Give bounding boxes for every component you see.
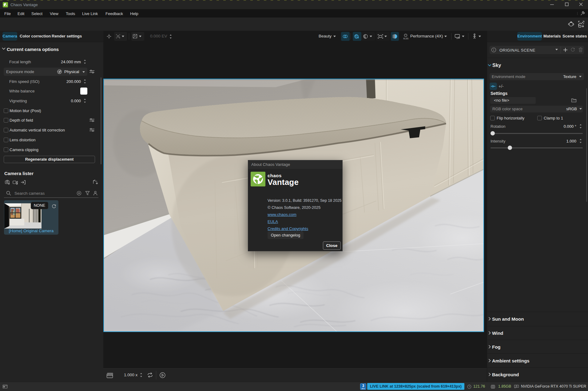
- svg-text:A: A: [136, 36, 137, 38]
- svg-text:XLSS: XLSS: [403, 37, 409, 40]
